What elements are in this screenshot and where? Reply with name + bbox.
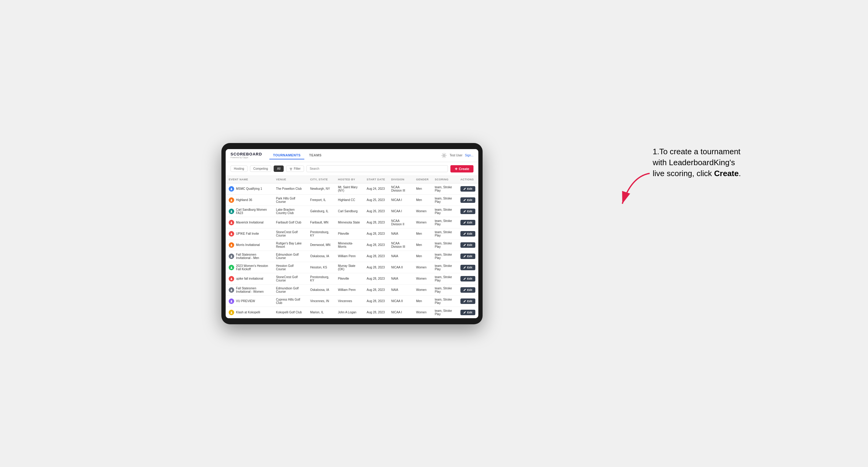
gender-cell-0: Men (413, 183, 432, 194)
edit-button-2[interactable]: Edit (460, 209, 475, 214)
pencil-icon-7 (463, 266, 466, 269)
event-name-1: Highland 36 (236, 198, 252, 201)
division-cell-0: NCAA Division III (388, 183, 413, 194)
col-gender: GENDER (413, 176, 432, 183)
competing-button[interactable]: Competing (250, 165, 271, 172)
svg-point-6 (231, 188, 232, 189)
division-cell-4: NAIA (388, 228, 413, 239)
event-name-cell-8: upike fall invitational (226, 273, 273, 284)
gender-cell-3: Women (413, 217, 432, 228)
venue-cell-4: StoneCrest Golf Course (273, 228, 307, 239)
event-icon-9 (229, 287, 234, 293)
division-cell-1: NICAA I (388, 194, 413, 206)
venue-cell-0: The Powelton Club (273, 183, 307, 194)
actions-cell-3: Edit (457, 217, 478, 228)
actions-cell-4: Edit (457, 228, 478, 239)
event-name-cell-4: UPIKE Fall Invite (226, 228, 273, 239)
plus-icon (455, 167, 458, 170)
date-cell-4: Aug 28, 2023 (364, 228, 388, 239)
tablet-frame: SCOREBOARD Powered by Clipps TOURNAMENTS… (221, 143, 483, 324)
svg-point-0 (443, 155, 445, 156)
pencil-icon-10 (463, 300, 466, 303)
event-name-cell-7: 2023 Women's Hesston Fall Kickoff (226, 262, 273, 273)
gender-cell-6: Men (413, 250, 432, 262)
edit-button-6[interactable]: Edit (460, 253, 475, 259)
edit-button-4[interactable]: Edit (460, 231, 475, 237)
search-input[interactable] (306, 165, 448, 172)
edit-button-9[interactable]: Edit (460, 287, 475, 293)
pencil-icon-0 (463, 187, 466, 190)
edit-button-7[interactable]: Edit (460, 265, 475, 270)
logo-subtitle: Powered by Clipps (230, 156, 262, 158)
edit-button-8[interactable]: Edit (460, 276, 475, 281)
event-name-0: MSMC Qualifying 1 (236, 187, 262, 190)
gender-cell-9: Women (413, 284, 432, 295)
gender-cell-8: Women (413, 273, 432, 284)
event-name-9: Fall Statesmen Invitational - Women (236, 287, 270, 293)
city-cell-6: Oskaloosa, IA (307, 250, 335, 262)
actions-cell-2: Edit (457, 206, 478, 217)
svg-point-16 (231, 300, 232, 302)
gender-cell-10: Men (413, 295, 432, 307)
venue-cell-3: Faribault Golf Club (273, 217, 307, 228)
sign-out-link[interactable]: Sign... (465, 154, 473, 157)
col-event-name: EVENT NAME (226, 176, 273, 183)
svg-point-15 (231, 289, 232, 290)
event-name-cell-2: Carl Sandburg Women FA23 (226, 206, 273, 217)
tab-tournaments[interactable]: TOURNAMENTS (269, 152, 304, 159)
create-label: Create (459, 167, 469, 170)
edit-button-11[interactable]: Edit (460, 310, 475, 315)
all-button[interactable]: All (274, 165, 284, 172)
city-cell-4: Prestonsburg, KY (307, 228, 335, 239)
table-row: Maverick Invitational Faribault Golf Clu… (226, 217, 478, 228)
event-name-6: Fall Statesmen Invitational - Men (236, 253, 270, 260)
toolbar: Hosting Competing All Filter (226, 162, 478, 176)
hosting-button[interactable]: Hosting (230, 165, 248, 172)
actions-cell-6: Edit (457, 250, 478, 262)
event-name-4: UPIKE Fall Invite (236, 232, 259, 235)
edit-button-5[interactable]: Edit (460, 242, 475, 248)
edit-button-10[interactable]: Edit (460, 299, 475, 304)
create-button[interactable]: Create (451, 165, 473, 173)
col-division: DIVISION (388, 176, 413, 183)
pencil-icon-1 (463, 198, 466, 201)
user-label: Test User (450, 154, 462, 157)
city-cell-9: Oskaloosa, IA (307, 284, 335, 295)
events-table: EVENT NAME VENUE CITY, STATE HOSTED BY S… (226, 176, 478, 318)
event-name-cell-1: Highland 36 (226, 194, 273, 206)
venue-cell-1: Park Hills Golf Course (273, 194, 307, 206)
table-row: MSMC Qualifying 1 The Powelton Club Newb… (226, 183, 478, 194)
tab-teams[interactable]: TEAMS (306, 152, 325, 159)
date-cell-11: Aug 28, 2023 (364, 307, 388, 318)
event-icon-7 (229, 265, 234, 270)
division-cell-2: NICAA I (388, 206, 413, 217)
scoring-cell-8: team, Stroke Play (432, 273, 457, 284)
table-row: Klash at Kokopelli Kokopelli Golf Club M… (226, 307, 478, 318)
venue-cell-11: Kokopelli Golf Club (273, 307, 307, 318)
event-name-7: 2023 Women's Hesston Fall Kickoff (236, 264, 270, 271)
edit-button-3[interactable]: Edit (460, 220, 475, 225)
hosted-cell-0: Mt. Saint Mary (NY) (335, 183, 364, 194)
edit-button-1[interactable]: Edit (460, 197, 475, 203)
event-name-11: Klash at Kokopelli (236, 311, 260, 314)
filter-button[interactable]: Filter (286, 165, 304, 172)
division-cell-7: NICAA II (388, 262, 413, 273)
event-name-cell-6: Fall Statesmen Invitational - Men (226, 250, 273, 262)
division-cell-5: NCAA Division III (388, 239, 413, 250)
pencil-icon-4 (463, 232, 466, 235)
city-cell-10: Vincennes, IN (307, 295, 335, 307)
gender-cell-7: Women (413, 262, 432, 273)
edit-button-0[interactable]: Edit (460, 186, 475, 192)
settings-icon[interactable] (441, 152, 447, 158)
event-name-cell-5: Morris Invitational (226, 239, 273, 250)
table-container: EVENT NAME VENUE CITY, STATE HOSTED BY S… (226, 176, 478, 318)
hosted-cell-6: William Penn (335, 250, 364, 262)
gender-cell-11: Women (413, 307, 432, 318)
scoring-cell-2: team, Stroke Play (432, 206, 457, 217)
annotation-text: 1.To create a tournament with Leaderboar… (653, 146, 744, 179)
filter-icon (289, 167, 292, 170)
actions-cell-10: Edit (457, 295, 478, 307)
table-row: Fall Statesmen Invitational - Women Edmu… (226, 284, 478, 295)
app-header: SCOREBOARD Powered by Clipps TOURNAMENTS… (226, 149, 478, 162)
gender-cell-1: Men (413, 194, 432, 206)
